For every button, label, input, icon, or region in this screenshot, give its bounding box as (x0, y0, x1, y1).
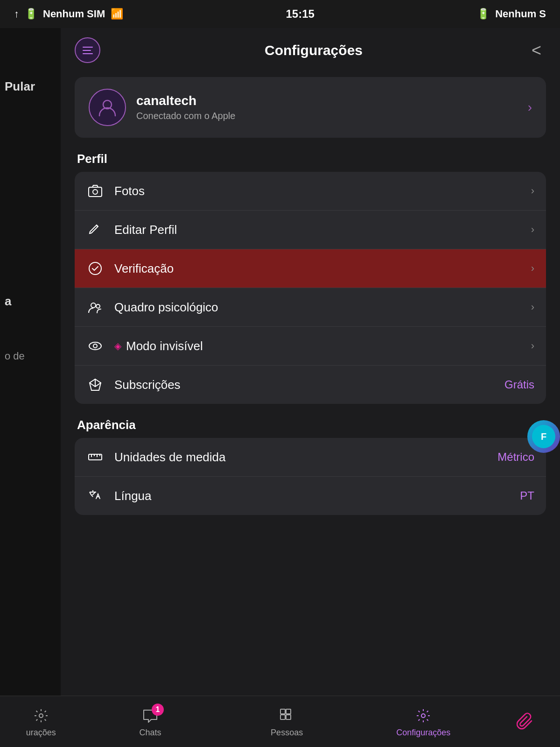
modo-left: ◈ Modo invisível (86, 337, 203, 355)
subscricoes-right: Grátis (504, 378, 534, 391)
lingua-right: PT (520, 489, 534, 502)
verificacao-label: Verificação (114, 261, 174, 276)
settings-content: canaltech Conectado com o Apple › Perfil (61, 72, 560, 538)
svg-point-22 (421, 714, 425, 718)
sim-right-label: Nenhum S (495, 8, 546, 20)
quadro-item[interactable]: Quadro psicológico › (75, 288, 546, 327)
battery-icon-right: 🔋 (477, 8, 490, 20)
attachment-icon (514, 710, 538, 733)
hamburger-icon (83, 47, 93, 54)
fotos-left: Fotos (86, 182, 145, 200)
subscricoes-value: Grátis (504, 378, 534, 391)
floating-avatar-icon: F (532, 425, 555, 448)
profile-name: canaltech (136, 93, 235, 108)
lingua-label: Língua (114, 489, 152, 503)
nav-item-partial-left[interactable]: urações (0, 706, 82, 738)
page-header: Configurações < (61, 28, 560, 72)
back-button[interactable]: < (527, 38, 546, 63)
section-title-aparencia: Aparência (77, 418, 546, 432)
pessoas-icon (277, 706, 297, 726)
unidades-value: Métrico (497, 451, 534, 464)
nav-item-pessoas[interactable]: Pessoas (218, 706, 355, 738)
unidades-right: Métrico (497, 451, 534, 464)
quadro-chevron-icon: › (531, 301, 534, 313)
chat-icon: 1 (140, 706, 160, 726)
modo-invisivel-label: Modo invisível (126, 339, 203, 353)
modo-chevron-icon: › (531, 340, 534, 352)
quadro-left: Quadro psicológico (86, 298, 218, 316)
fotos-label: Fotos (114, 184, 145, 198)
quadro-right: › (531, 301, 534, 313)
editar-perfil-label: Editar Perfil (114, 223, 177, 237)
edit-icon (86, 221, 104, 239)
nav-pessoas-label: Pessoas (271, 728, 303, 738)
diamond-icon (86, 376, 104, 394)
menu-button[interactable] (75, 37, 100, 63)
profile-chevron-icon: › (528, 100, 532, 115)
sim-label: Nenhum SIM (43, 8, 105, 20)
eye-icon (86, 337, 104, 355)
nav-configuracoes-label: Configurações (396, 728, 450, 738)
lingua-left: Língua (86, 487, 152, 505)
unidades-label: Unidades de medida (114, 450, 226, 465)
verificacao-left: Verificação (86, 260, 174, 277)
modo-label-group: ◈ Modo invisível (114, 339, 203, 353)
modo-right: › (531, 340, 534, 352)
location-icon: ↑ (14, 8, 19, 20)
svg-point-5 (96, 304, 100, 308)
editar-chevron-icon: › (531, 224, 534, 236)
page-title: Configurações (265, 42, 363, 58)
editar-perfil-item[interactable]: Editar Perfil › (75, 211, 546, 249)
verificacao-chevron-icon: › (531, 262, 534, 275)
configuracoes-icon (413, 706, 433, 726)
svg-point-3 (89, 262, 101, 275)
svg-text:F: F (541, 431, 546, 442)
status-bar: ↑ 🔋 Nenhum SIM 📶 15:15 🔋 Nenhum S (0, 0, 560, 28)
nav-attach[interactable] (492, 710, 560, 733)
unidades-left: Unidades de medida (86, 448, 226, 466)
main-panel: Configurações < canaltech Conectado com … (61, 28, 560, 696)
profile-left: canaltech Conectado com o Apple (89, 89, 235, 126)
lingua-item[interactable]: Língua PT (75, 477, 546, 515)
status-left: ↑ 🔋 Nenhum SIM 📶 (14, 8, 123, 20)
verified-icon (86, 260, 104, 277)
section-title-perfil: Perfil (77, 152, 546, 166)
profile-card[interactable]: canaltech Conectado com o Apple › (75, 77, 546, 138)
svg-point-4 (91, 303, 96, 308)
svg-rect-21 (286, 715, 291, 719)
nav-item-chats[interactable]: 1 Chats (82, 706, 219, 738)
fotos-right: › (531, 185, 534, 197)
quadro-label: Quadro psicológico (114, 300, 218, 315)
svg-rect-20 (280, 715, 285, 719)
avatar-icon (97, 97, 118, 118)
wifi-icon: 📶 (111, 8, 123, 20)
verificacao-item[interactable]: Verificação › (75, 249, 546, 288)
svg-point-17 (39, 714, 43, 718)
sidebar-text-pular: Pular (5, 79, 35, 94)
nav-item-configuracoes[interactable]: Configurações (355, 706, 492, 738)
subscricoes-item[interactable]: Subscrições Grátis (75, 366, 546, 404)
svg-rect-18 (280, 709, 285, 714)
aparencia-group: Unidades de medida Métrico Língua (75, 438, 546, 515)
sidebar-text-ode: o de (5, 350, 25, 362)
users-icon (86, 298, 104, 316)
nav-partial-label: urações (26, 728, 56, 738)
editar-right: › (531, 224, 534, 236)
verificacao-right: › (531, 262, 534, 275)
perfil-group: Fotos › Editar Perfil (75, 172, 546, 404)
svg-point-7 (93, 344, 97, 348)
bottom-nav: urações 1 Chats Pessoas (0, 696, 560, 747)
profile-subtitle: Conectado com o Apple (136, 111, 235, 121)
svg-rect-1 (89, 187, 102, 197)
profile-info: canaltech Conectado com o Apple (136, 93, 235, 121)
fotos-item[interactable]: Fotos › (75, 172, 546, 211)
left-sidebar-overlay: Pular a o de (0, 0, 61, 747)
status-time: 15:15 (286, 7, 315, 21)
subscricoes-label: Subscrições (114, 378, 181, 392)
unidades-item[interactable]: Unidades de medida Métrico (75, 438, 546, 477)
floating-avatar[interactable]: F (527, 420, 560, 453)
svg-point-6 (89, 342, 101, 350)
modo-invisivel-item[interactable]: ◈ Modo invisível › (75, 327, 546, 366)
battery-icon: 🔋 (25, 8, 37, 20)
diamond-icon-modo: ◈ (114, 340, 121, 352)
